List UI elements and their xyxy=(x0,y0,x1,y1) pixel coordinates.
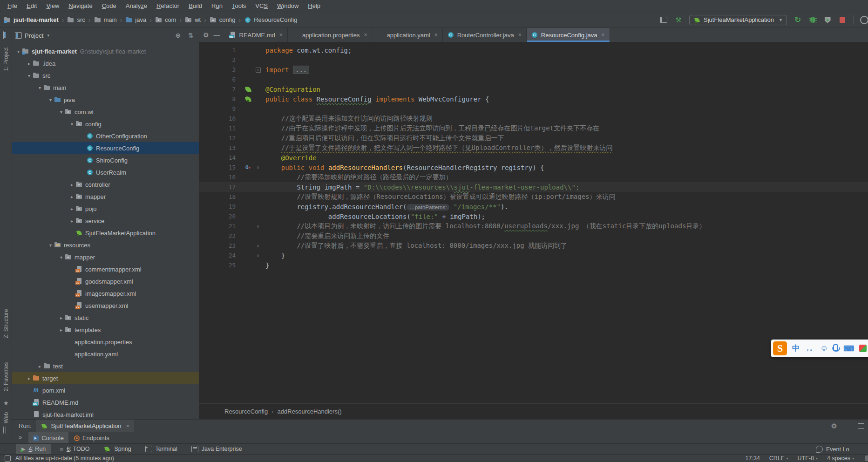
close-icon[interactable]: × xyxy=(434,32,438,38)
tree-row-ShiroConfig[interactable]: ShiroConfig xyxy=(12,154,199,166)
code-line-9[interactable]: 9 xyxy=(199,104,868,114)
ime-punctuation-icon[interactable]: ，。 xyxy=(805,344,815,353)
project-panel-title[interactable]: Project xyxy=(25,32,43,39)
menu-code[interactable]: Code xyxy=(97,2,121,9)
tree-row-sjut-flea-market.iml[interactable]: sjut-flea-market.iml xyxy=(12,408,199,419)
menu-run[interactable]: Run xyxy=(207,2,227,9)
tree-row-src[interactable]: ▾src xyxy=(12,69,199,82)
code-line-14[interactable]: 14 @Override xyxy=(199,153,868,163)
build-hammer-icon[interactable]: ⚒ xyxy=(674,16,683,24)
ime-emoji-icon[interactable]: ☺ xyxy=(820,344,828,353)
tree-row-target[interactable]: ▸target xyxy=(12,372,199,384)
gear-icon[interactable]: ⚙ xyxy=(203,31,209,39)
override-gutter-icon[interactable]: O↑ xyxy=(245,164,251,170)
search-everywhere-icon[interactable] xyxy=(860,16,868,24)
breadcrumb-item-com[interactable]: com xyxy=(155,16,176,24)
tree-row-application.yaml[interactable]: application.yaml xyxy=(12,348,199,360)
menu-window[interactable]: Window xyxy=(272,2,303,9)
collapse-all-icon[interactable]: ⇅ xyxy=(186,32,196,39)
status-crlf[interactable]: CRLF▾ xyxy=(769,455,788,462)
menu-help[interactable]: Help xyxy=(303,2,325,9)
stripe-favorites-label[interactable]: 2: Favorites xyxy=(3,362,9,392)
code-line-19[interactable]: 19 registry.addResourceHandler(…pathPatt… xyxy=(199,202,868,211)
menu-refactor[interactable]: Refactor xyxy=(152,2,184,9)
tree-row-ResourceConfig[interactable]: ResourceConfig xyxy=(12,142,199,154)
breadcrumb-method[interactable]: addResourceHandlers() xyxy=(278,408,342,415)
tree-row-pojo[interactable]: ▸pojo xyxy=(12,203,199,215)
close-icon[interactable]: × xyxy=(602,32,605,38)
ime-keyboard-icon[interactable]: ⌨ xyxy=(843,344,854,353)
tree-row-.idea[interactable]: ▸.idea xyxy=(12,57,199,69)
status-4-spaces[interactable]: 4 spaces▾ xyxy=(827,455,854,462)
code-line-16[interactable]: 16 //需要添加映射的绝对路径（路径最后的/一定要加） xyxy=(199,172,868,182)
toolwindow-4-run[interactable]: ▶4: Run xyxy=(16,444,51,455)
tab-ResourceConfig.java[interactable]: ResourceConfig.java× xyxy=(527,28,610,42)
tree-row-resources[interactable]: ▾resources xyxy=(12,239,199,251)
code-line-8[interactable]: 8public class ResourceConfig implements … xyxy=(199,94,868,104)
tree-row-java[interactable]: ▾java xyxy=(12,94,199,106)
close-icon[interactable]: × xyxy=(126,422,130,429)
chevron-down-icon[interactable]: ▾ xyxy=(47,33,49,38)
close-icon[interactable]: × xyxy=(364,32,367,38)
tab-README.md[interactable]: README.md× xyxy=(225,28,288,42)
code-line-6[interactable]: 6 xyxy=(199,75,868,84)
tree-row-mapper[interactable]: ▾mapper xyxy=(12,251,199,263)
gear-icon[interactable]: ⚙ xyxy=(831,422,837,430)
tree-chevron-icon[interactable]: ▸ xyxy=(68,182,75,187)
spring-gutter-icon[interactable] xyxy=(245,87,251,92)
ime-partial-icon[interactable] xyxy=(859,345,867,352)
tree-row-com.wt[interactable]: ▾com.wt xyxy=(12,106,199,118)
tab-application.yaml[interactable]: application.yaml× xyxy=(372,28,442,42)
menu-analyze[interactable]: Analyze xyxy=(121,2,152,9)
fold-expand-icon[interactable]: + xyxy=(256,68,261,73)
code-line-22[interactable]: 22 //需要重启来访问新上传的文件 xyxy=(199,231,868,241)
locate-file-icon[interactable]: ⊕ xyxy=(173,32,183,39)
spring-bean-gutter-icon[interactable] xyxy=(245,96,251,102)
code-line-12[interactable]: 12 //重启项目后便可以访问，但在实际项目运行时不可能上传个文件就重启一下 xyxy=(199,133,868,143)
stripe-structure-label[interactable]: Z: Structure xyxy=(3,309,9,339)
tree-row-UserRealm[interactable]: UserRealm xyxy=(12,166,199,178)
menu-vcs[interactable]: VCS xyxy=(251,2,272,9)
menu-navigate[interactable]: Navigate xyxy=(64,2,97,9)
tree-row-commentmapper.xml[interactable]: commentmapper.xml xyxy=(12,263,199,275)
code-line-20[interactable]: 20 addResourceLocations("file:" + imgPat… xyxy=(199,211,868,221)
layout-toggle-icon[interactable] xyxy=(659,16,668,24)
status-icon[interactable] xyxy=(5,455,11,462)
code-line-11[interactable]: 11 //由于在实际操作过程中发现，上传图片后无法立即访问到，工程目录已经存在图… xyxy=(199,123,868,133)
tree-row-config[interactable]: ▾config xyxy=(12,118,199,130)
tree-row-pom.xml[interactable]: pom.xml xyxy=(12,384,199,396)
run-tab-Console[interactable]: Console xyxy=(28,432,68,444)
profiler-button[interactable] xyxy=(823,16,832,24)
code-line-3[interactable]: 3+import ... xyxy=(199,65,868,75)
rerun-button[interactable]: ↻ xyxy=(793,16,802,24)
tree-chevron-icon[interactable]: ▾ xyxy=(68,122,75,127)
breadcrumb-item-java[interactable]: java xyxy=(125,16,146,24)
project-stripe-icon[interactable] xyxy=(3,32,4,39)
run-session-tab[interactable]: SjutFleaMarketApplication × xyxy=(36,420,134,432)
status-utf-8[interactable]: UTF-8▾ xyxy=(798,455,818,462)
tree-row-controller[interactable]: ▸controller xyxy=(12,178,199,190)
tree-chevron-icon[interactable]: ▸ xyxy=(68,194,75,199)
fold-marker[interactable]: + xyxy=(254,67,262,73)
tree-chevron-icon[interactable]: ▾ xyxy=(15,49,22,54)
tree-row-static[interactable]: ▸static xyxy=(12,312,199,324)
code-line-10[interactable]: 10 //这个配置类用来添加文件访问的访问路径映射规则 xyxy=(199,114,868,123)
tree-row-application.properties[interactable]: application.properties xyxy=(12,336,199,348)
code-line-21[interactable]: 21∨ //以本项目为例，未映射时，访问上传的图片需要 localhost:80… xyxy=(199,221,868,231)
tree-row-sjut-flea-market[interactable]: ▾sjut-flea-marketG:\study\sjut-flea-mark… xyxy=(12,45,199,57)
tree-row-goodsmapper.xml[interactable]: goodsmapper.xml xyxy=(12,275,199,287)
breadcrumb-item-src[interactable]: src xyxy=(67,16,85,24)
close-icon[interactable]: × xyxy=(518,32,522,38)
menu-build[interactable]: Build xyxy=(184,2,207,9)
fold-marker[interactable]: ∨ xyxy=(254,165,262,170)
toolwindow-terminal[interactable]: Terminal xyxy=(140,444,183,455)
menu-tools[interactable]: Tools xyxy=(227,2,251,9)
breadcrumb-class[interactable]: ResourceConfig xyxy=(224,408,268,415)
fold-marker[interactable]: ∧ xyxy=(254,243,262,248)
close-icon[interactable]: × xyxy=(279,32,283,38)
tree-row-main[interactable]: ▾main xyxy=(12,82,199,94)
menu-edit[interactable]: Edit xyxy=(22,2,41,9)
tree-chevron-icon[interactable]: ▸ xyxy=(36,364,43,369)
fold-marker[interactable]: ∨ xyxy=(254,224,262,229)
tree-row-mapper[interactable]: ▸mapper xyxy=(12,190,199,203)
